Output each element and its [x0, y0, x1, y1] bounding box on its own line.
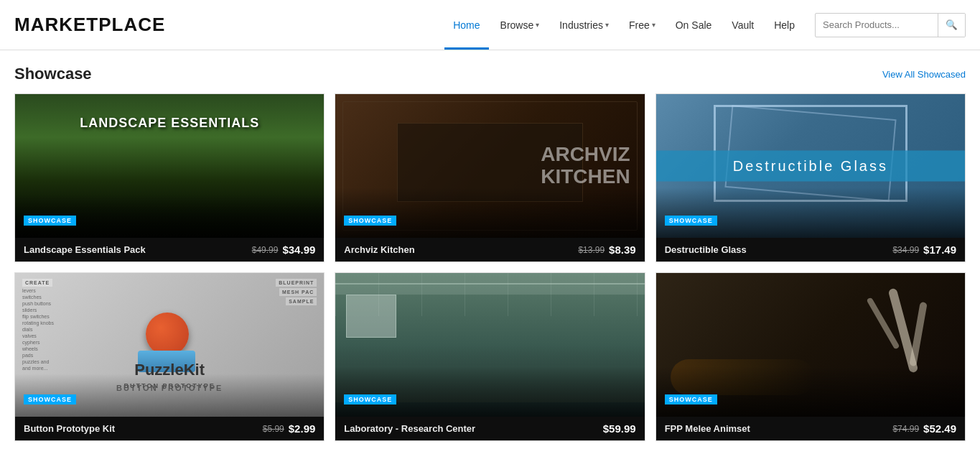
nav-help[interactable]: Help: [765, 1, 803, 50]
badge-area-melee: SHOWCASE: [665, 392, 717, 407]
showcase-title: Showcase: [14, 65, 92, 83]
card-info-melee: FPP Melee Animset: [665, 423, 750, 434]
product-name-landscape: Landscape Essentials Pack: [24, 244, 146, 255]
card-info-lab: Laboratory - Research Center: [344, 423, 475, 434]
glass-banner: Destructible Glass: [656, 151, 965, 182]
card-bottom-glass: Destructible Glass $34.99 $17.49: [656, 238, 965, 262]
price-sale-glass: $17.49: [923, 244, 956, 256]
product-name-puzzle: Button Prototype Kit: [24, 423, 115, 434]
card-info-landscape: Landscape Essentials Pack: [24, 244, 146, 255]
card-pricing-glass: $34.99 $17.49: [892, 244, 956, 256]
showcase-badge: SHOWCASE: [665, 394, 717, 404]
price-original-landscape: $49.99: [252, 245, 279, 255]
price-original-puzzle: $5.99: [263, 424, 284, 434]
badge-area-lab: SHOWCASE: [344, 392, 396, 407]
card-pricing-kitchen: $13.99 $8.39: [578, 244, 635, 256]
product-card-melee[interactable]: SHOWCASE FPP Melee Animset $74.99 $52.49: [655, 272, 966, 441]
header: MARKETPLACE Home Browse ▾ Industries ▾ F…: [0, 0, 980, 50]
card-bottom-puzzle: Button Prototype Kit $5.99 $2.99: [15, 417, 324, 440]
nav-free[interactable]: Free ▾: [620, 1, 664, 50]
price-sale-landscape: $34.99: [282, 244, 315, 256]
product-name-kitchen: Archviz Kitchen: [344, 244, 414, 255]
badge-area-glass: SHOWCASE: [665, 213, 717, 228]
price-original-kitchen: $13.99: [578, 245, 605, 255]
product-name-melee: FPP Melee Animset: [665, 423, 750, 434]
nav-industries[interactable]: Industries ▾: [551, 1, 617, 50]
search-box: 🔍: [815, 13, 966, 37]
showcase-badge: SHOWCASE: [665, 216, 717, 226]
view-all-showcased-link[interactable]: View All Showcased: [882, 69, 966, 80]
logo: MARKETPLACE: [14, 14, 165, 36]
nav-vault[interactable]: Vault: [723, 1, 762, 50]
product-name-glass: Destructible Glass: [665, 244, 747, 255]
search-icon: 🔍: [946, 19, 958, 30]
card-pricing-landscape: $49.99 $34.99: [252, 244, 316, 256]
product-name-lab: Laboratory - Research Center: [344, 423, 475, 434]
badge-area-puzzle: SHOWCASE: [24, 392, 76, 407]
chevron-down-icon: ▾: [652, 21, 655, 29]
main-content: Showcase View All Showcased SHOWCASE Lan…: [0, 50, 980, 456]
nav-browse[interactable]: Browse ▾: [492, 1, 549, 50]
price-original-melee: $74.99: [892, 424, 919, 434]
showcase-header: Showcase View All Showcased: [14, 65, 966, 83]
puzzlekit-subtitle: BUTTON PROTOTYPE: [124, 382, 215, 389]
card-bottom-melee: FPP Melee Animset $74.99 $52.49: [656, 417, 965, 440]
card-info-puzzle: Button Prototype Kit: [24, 423, 115, 434]
showcase-badge: SHOWCASE: [344, 394, 396, 404]
main-nav: Home Browse ▾ Industries ▾ Free ▾ On Sal…: [444, 1, 803, 50]
showcase-badge: SHOWCASE: [344, 216, 396, 226]
search-input[interactable]: [816, 19, 938, 30]
nav-home[interactable]: Home: [444, 1, 488, 50]
card-info-kitchen: Archviz Kitchen: [344, 244, 414, 255]
price-sale-puzzle: $2.99: [289, 422, 316, 435]
card-bottom-lab: Laboratory - Research Center $59.99: [335, 417, 644, 440]
showcase-badge: SHOWCASE: [24, 394, 76, 404]
chevron-down-icon: ▾: [605, 21, 609, 29]
card-pricing-puzzle: $5.99 $2.99: [263, 422, 316, 435]
search-button[interactable]: 🔍: [938, 14, 965, 37]
showcase-badge: SHOWCASE: [24, 216, 76, 226]
product-card-glass[interactable]: Destructible Glass SHOWCASE Destructible…: [655, 93, 966, 262]
badge-area-kitchen: SHOWCASE: [344, 213, 396, 228]
product-card-lab[interactable]: SHOWCASE Laboratory - Research Center $5…: [335, 272, 645, 441]
card-pricing-lab: $59.99: [599, 422, 636, 435]
nav-on-sale[interactable]: On Sale: [667, 1, 721, 50]
price-sale-lab: $59.99: [603, 422, 636, 435]
product-card-kitchen[interactable]: ARCHVIZKITCHEN SHOWCASE Archviz Kitchen …: [335, 93, 645, 262]
chevron-down-icon: ▾: [536, 21, 539, 29]
kitchen-watermark: ARCHVIZKITCHEN: [541, 144, 630, 188]
product-grid: SHOWCASE Landscape Essentials Pack $49.9…: [14, 93, 966, 441]
product-card-puzzle[interactable]: CREATE levers switches push buttons slid…: [14, 272, 325, 441]
card-info-glass: Destructible Glass: [665, 244, 747, 255]
price-sale-melee: $52.49: [923, 422, 956, 435]
price-sale-kitchen: $8.39: [609, 244, 636, 256]
product-card-landscape[interactable]: SHOWCASE Landscape Essentials Pack $49.9…: [14, 93, 325, 262]
badge-area-landscape: SHOWCASE: [24, 213, 76, 228]
puzzle-red-button: [146, 313, 189, 356]
card-bottom-kitchen: Archviz Kitchen $13.99 $8.39: [335, 238, 644, 262]
price-original-glass: $34.99: [892, 245, 919, 255]
card-pricing-melee: $74.99 $52.49: [892, 422, 956, 435]
card-bottom-landscape: Landscape Essentials Pack $49.99 $34.99: [15, 238, 324, 262]
